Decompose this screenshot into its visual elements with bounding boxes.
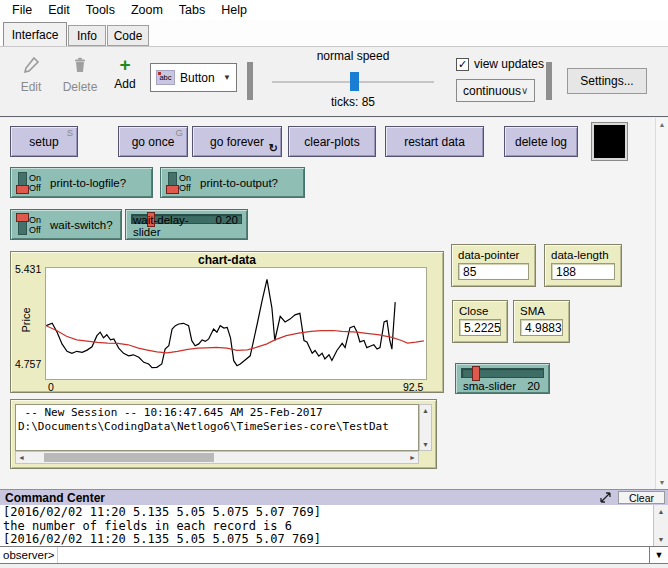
speed-label: normal speed — [262, 49, 444, 63]
pencil-icon — [22, 56, 40, 77]
view-updates-row: ✓ view updates — [456, 57, 544, 71]
menu-tabs[interactable]: Tabs — [171, 1, 213, 19]
interface-vertical-scrollbar[interactable]: ▲ ▼ — [655, 118, 668, 489]
switch-label: print-to-output? — [200, 177, 278, 189]
output-widget: -- New Session -- 10:16:47.645 AM 25-Feb… — [10, 399, 437, 469]
switch-toggle[interactable] — [18, 214, 27, 235]
x-tick-max: 92.5 — [403, 381, 423, 393]
widget-type-chooser[interactable]: abc Button ▼ — [150, 63, 237, 92]
monitor-label: SMA — [520, 305, 563, 317]
speed-control: normal speed ticks: 85 — [262, 49, 444, 113]
ticks-counter: ticks: 85 — [262, 95, 444, 109]
scroll-left-icon[interactable]: ◄ — [18, 452, 25, 463]
update-mode-select[interactable]: continuous ∨ — [456, 79, 535, 102]
edit-widget-button[interactable]: Edit — [10, 56, 52, 94]
chevron-down-icon: ▼ — [223, 73, 231, 82]
scroll-up-icon[interactable]: ▲ — [654, 506, 668, 517]
scroll-right-icon[interactable]: ► — [409, 452, 416, 463]
switch-toggle[interactable] — [168, 172, 177, 193]
wait-switch[interactable]: OnOff wait-switch? — [10, 209, 122, 240]
command-vertical-scrollbar[interactable]: ▲ ▼ — [653, 505, 668, 546]
netlogo-window: File Edit Tools Zoom Tabs Help Interface… — [0, 0, 668, 568]
edit-label: Edit — [21, 80, 42, 94]
history-dropdown-button[interactable]: ▼ — [649, 547, 668, 563]
data-pointer-monitor: data-pointer 85 — [451, 244, 536, 287]
monitor-value: 5.2225 — [459, 319, 501, 336]
switch-onoff-labels: OnOff — [179, 173, 191, 193]
toolbar: Edit Delete + Add abc Button ▼ normal sp… — [0, 46, 668, 117]
slider-value: 20 — [527, 380, 540, 392]
command-input[interactable] — [57, 547, 649, 563]
world-view[interactable] — [592, 123, 627, 160]
delete-log-button[interactable]: delete log — [504, 126, 578, 157]
switch-toggle[interactable] — [18, 172, 27, 193]
scroll-up-icon[interactable]: ▲ — [656, 121, 668, 128]
menu-bar: File Edit Tools Zoom Tabs Help — [0, 0, 668, 20]
button-widget-icon: abc — [156, 70, 175, 85]
view-updates-checkbox[interactable]: ✓ — [456, 58, 469, 71]
speed-slider-thumb[interactable] — [350, 72, 359, 91]
observer-prompt-label: observer> — [0, 549, 57, 561]
slider-label: sma-slider — [463, 380, 516, 392]
monitor-label: Close — [459, 305, 501, 317]
tab-bar: Interface Info Code — [0, 20, 668, 46]
menu-help[interactable]: Help — [213, 1, 255, 19]
slider-knob[interactable] — [472, 366, 480, 381]
slider-track[interactable] — [461, 368, 544, 378]
menu-edit[interactable]: Edit — [40, 1, 78, 19]
switch-label: wait-switch? — [50, 219, 113, 231]
delete-label: Delete — [63, 80, 98, 94]
clear-button[interactable]: Clear — [618, 491, 665, 504]
monitor-value: 188 — [551, 263, 615, 280]
switch-onoff-labels: OnOff — [29, 173, 41, 193]
clear-plots-button[interactable]: clear-plots — [288, 126, 376, 157]
add-widget-button[interactable]: + Add — [108, 56, 142, 91]
trash-icon — [71, 56, 89, 77]
command-center-title: Command Center — [5, 491, 105, 505]
output-horizontal-scrollbar[interactable]: ◄ ► — [15, 451, 419, 464]
add-label: Add — [114, 77, 135, 91]
delete-widget-button[interactable]: Delete — [56, 56, 104, 94]
go-forever-button[interactable]: go forever ↻ — [192, 126, 282, 157]
menu-zoom[interactable]: Zoom — [123, 1, 171, 19]
menu-file[interactable]: File — [4, 1, 40, 19]
forever-icon: ↻ — [269, 142, 278, 155]
expand-icon[interactable] — [598, 492, 612, 504]
slider-label: wait-delay-slider — [133, 214, 216, 238]
setup-shortcut: S — [67, 127, 73, 138]
restart-data-button[interactable]: restart data — [385, 126, 484, 157]
monitor-value: 4.9883 — [520, 319, 563, 336]
scrollbar-thumb[interactable] — [44, 453, 214, 462]
switch-label: print-to-logfile? — [50, 177, 126, 189]
slider-value: 0.20 — [216, 214, 238, 238]
scroll-down-icon[interactable]: ▼ — [654, 534, 668, 545]
chooser-value: Button — [180, 71, 215, 85]
scroll-down-icon[interactable]: ▼ — [420, 439, 431, 450]
go-once-button[interactable]: G go once — [118, 126, 188, 157]
data-length-monitor: data-length 188 — [544, 244, 622, 287]
interface-canvas: S setup G go once go forever ↻ clear-plo… — [0, 118, 668, 489]
y-axis-label: Price — [20, 307, 32, 332]
print-to-output-switch[interactable]: OnOff print-to-output? — [160, 167, 305, 198]
output-vertical-scrollbar[interactable]: ▲ ▼ — [419, 404, 432, 451]
print-to-logfile-switch[interactable]: OnOff print-to-logfile? — [10, 167, 153, 198]
setup-button[interactable]: S setup — [10, 126, 78, 157]
wait-delay-slider[interactable]: wait-delay-slider 0.20 — [125, 209, 248, 240]
settings-button[interactable]: Settings... — [567, 68, 647, 94]
menu-tools[interactable]: Tools — [78, 1, 123, 19]
y-tick-min: 4.757 — [15, 358, 41, 370]
tab-interface[interactable]: Interface — [3, 22, 67, 46]
tab-code[interactable]: Code — [107, 25, 149, 46]
command-center-output: [2016/02/02 11:20 5.135 5.05 5.075 5.07 … — [0, 505, 668, 546]
price-lines — [46, 268, 426, 379]
update-mode-value: continuous — [463, 84, 521, 98]
y-tick-max: 5.431 — [15, 263, 41, 275]
command-center-header: Command Center Clear — [0, 489, 668, 505]
close-monitor: Close 5.2225 — [452, 300, 508, 343]
scroll-down-icon[interactable]: ▼ — [656, 479, 668, 486]
monitor-value: 85 — [458, 263, 529, 280]
x-tick-min: 0 — [48, 381, 54, 393]
tab-info[interactable]: Info — [68, 25, 106, 46]
scroll-up-icon[interactable]: ▲ — [420, 405, 431, 416]
sma-slider[interactable]: sma-slider 20 — [455, 363, 550, 394]
